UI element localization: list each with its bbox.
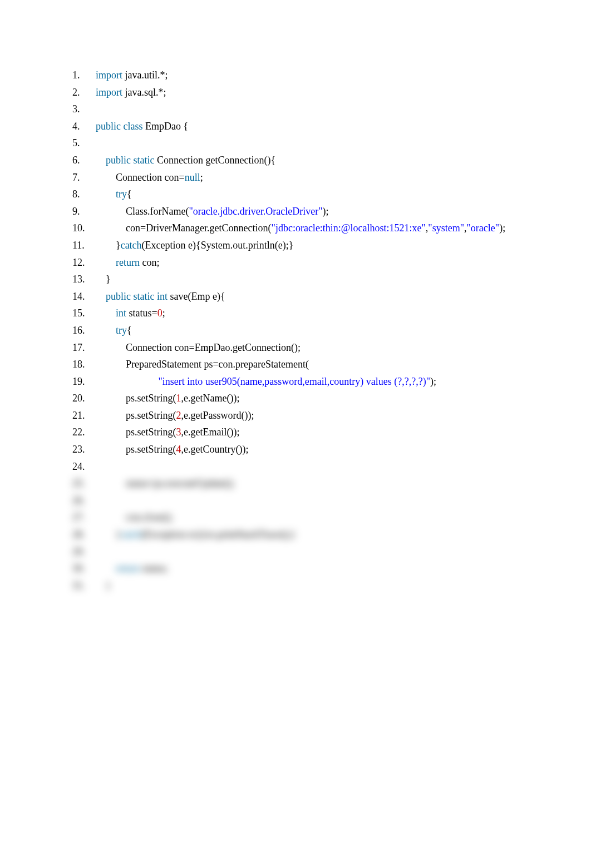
code-line: public static Connection getConnection()… xyxy=(72,152,519,169)
code-line xyxy=(72,492,519,509)
code-line: return status; xyxy=(72,560,519,577)
code-line: Connection con=EmpDao.getConnection(); xyxy=(72,339,519,356)
code-listing: import java.util.*;import java.sql.*; pu… xyxy=(72,67,519,594)
code-line: try{ xyxy=(72,186,519,203)
code-line xyxy=(72,101,519,118)
code-line: }catch(Exception ex){ex.printStackTrace(… xyxy=(72,526,519,543)
code-line: ps.setString(1,e.getName()); xyxy=(72,390,519,407)
code-line: }catch(Exception e){System.out.println(e… xyxy=(72,237,519,254)
code-line: public class EmpDao { xyxy=(72,118,519,135)
code-line: ps.setString(2,e.getPassword()); xyxy=(72,407,519,424)
code-line: } xyxy=(72,577,519,594)
code-line: Connection con=null; xyxy=(72,169,519,186)
code-line xyxy=(72,458,519,475)
code-line: } xyxy=(72,271,519,288)
code-line: con=DriverManager.getConnection("jdbc:or… xyxy=(72,220,519,237)
code-line: status=ps.executeUpdate(); xyxy=(72,475,519,492)
code-line: ps.setString(3,e.getEmail()); xyxy=(72,424,519,441)
code-line: import java.sql.*; xyxy=(72,84,519,101)
code-line: import java.util.*; xyxy=(72,67,519,84)
code-line: int status=0; xyxy=(72,305,519,322)
code-line: public static int save(Emp e){ xyxy=(72,288,519,305)
code-line: try{ xyxy=(72,322,519,339)
code-line xyxy=(72,135,519,152)
code-line: ps.setString(4,e.getCountry()); xyxy=(72,441,519,458)
code-line xyxy=(72,543,519,561)
code-line: con.close(); xyxy=(72,509,519,526)
code-line: return con; xyxy=(72,254,519,271)
code-line: PreparedStatement ps=con.prepareStatemen… xyxy=(72,356,519,373)
code-line: "insert into user905(name,password,email… xyxy=(72,373,519,390)
code-line: Class.forName("oracle.jdbc.driver.Oracle… xyxy=(72,203,519,220)
